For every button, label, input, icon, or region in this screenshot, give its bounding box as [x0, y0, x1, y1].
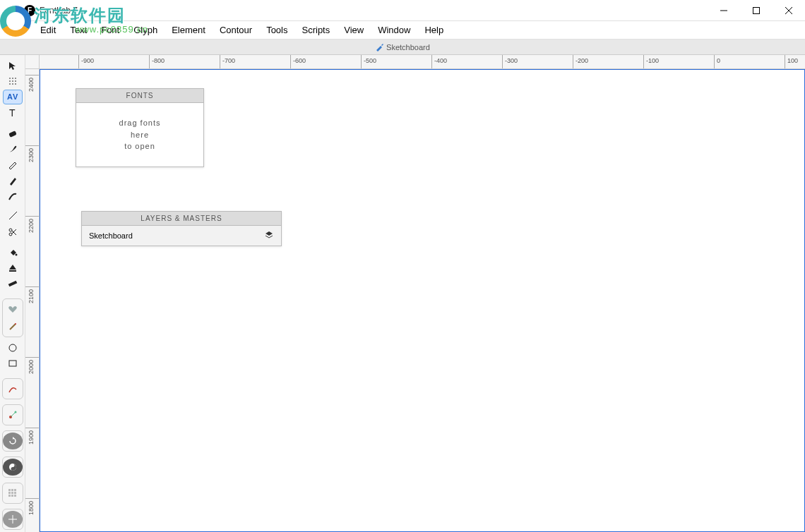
curve-tool[interactable] — [3, 380, 23, 397]
ruler-corner — [25, 55, 40, 69]
layers-panel-title: LAYERS & MASTERS — [82, 212, 281, 226]
toolbox: AV T — [0, 55, 25, 532]
svg-rect-1 — [753, 7, 760, 13]
rotate-tool[interactable] — [3, 433, 23, 449]
pen-tool[interactable] — [3, 173, 23, 188]
text-tool[interactable]: T — [3, 105, 23, 120]
fonts-panel-title: FONTS — [76, 89, 203, 103]
grid-tool[interactable] — [3, 485, 23, 502]
brush-tool[interactable] — [3, 141, 23, 156]
svg-text:A: A — [7, 92, 13, 101]
menu-glyph[interactable]: Glyph — [126, 22, 165, 38]
layers-stack-icon — [264, 230, 274, 241]
pencil-tool[interactable] — [3, 157, 23, 172]
svg-rect-10 — [8, 131, 17, 138]
menu-file[interactable]: File — [4, 22, 33, 38]
vertical-ruler: 2400230022002100200019001800 — [25, 69, 40, 532]
heart-tool[interactable] — [3, 301, 23, 318]
svg-point-15 — [15, 254, 17, 256]
scissors-tool[interactable] — [3, 224, 23, 239]
sketchboard-canvas[interactable]: FONTS drag fonts here to open LAYERS & M… — [40, 69, 805, 532]
pointer-tool[interactable] — [3, 58, 23, 73]
knife-tool[interactable] — [3, 209, 23, 224]
rectangle-tool[interactable] — [3, 356, 23, 370]
svg-line-18 — [10, 324, 16, 330]
svg-point-24 — [14, 411, 16, 413]
layer-row[interactable]: Sketchboard — [82, 226, 281, 246]
menu-contour[interactable]: Contour — [213, 22, 259, 38]
gradient-tool[interactable] — [3, 260, 23, 275]
svg-rect-28 — [14, 489, 16, 491]
svg-rect-16 — [9, 270, 16, 272]
svg-point-19 — [15, 323, 16, 325]
guides-tool[interactable] — [3, 73, 23, 88]
menu-element[interactable]: Element — [165, 22, 213, 38]
layers-panel[interactable]: LAYERS & MASTERS Sketchboard — [81, 211, 282, 246]
svg-rect-17 — [8, 281, 17, 287]
fonts-panel[interactable]: FONTS drag fonts here to open — [76, 88, 204, 167]
menu-edit[interactable]: Edit — [33, 22, 63, 38]
calligraphy-tool[interactable] — [3, 188, 23, 203]
svg-rect-31 — [14, 492, 16, 494]
close-button[interactable] — [773, 0, 805, 21]
svg-point-20 — [9, 344, 16, 351]
svg-rect-33 — [11, 495, 13, 497]
app-icon: F — [24, 5, 35, 16]
svg-text:T: T — [9, 108, 16, 118]
ellipse-tool[interactable] — [3, 340, 23, 355]
svg-text:V: V — [13, 92, 18, 101]
svg-rect-32 — [8, 495, 11, 497]
layer-name: Sketchboard — [89, 231, 264, 240]
title-bar: ✕ F FontLab 7 — [0, 0, 805, 21]
svg-rect-29 — [8, 492, 11, 494]
svg-rect-34 — [14, 495, 16, 497]
document-tab[interactable]: Sketchboard — [0, 40, 805, 55]
transform-tool[interactable] — [3, 511, 23, 528]
menu-view[interactable]: View — [337, 22, 371, 38]
svg-rect-30 — [11, 492, 13, 494]
menu-bar: FileEditTextFontGlyphElementContourTools… — [0, 21, 805, 40]
horizontal-ruler: -900-800-700-600-500-400-300-200-1000100 — [40, 55, 805, 69]
panel-close-icon[interactable]: ✕ — [3, 4, 17, 18]
svg-point-11 — [9, 233, 12, 236]
menu-font[interactable]: Font — [94, 22, 126, 38]
ruler-tool[interactable] — [3, 276, 23, 291]
yin-yang-tool[interactable] — [3, 459, 23, 476]
fonts-panel-dropzone[interactable]: drag fonts here to open — [76, 103, 203, 167]
menu-scripts[interactable]: Scripts — [295, 22, 338, 38]
svg-rect-26 — [8, 489, 11, 491]
tab-label: Sketchboard — [386, 43, 430, 52]
svg-point-12 — [9, 229, 12, 231]
menu-help[interactable]: Help — [417, 22, 451, 38]
magic-wand-tool[interactable] — [3, 318, 23, 335]
maximize-button[interactable] — [740, 0, 773, 21]
fill-tool[interactable] — [3, 245, 23, 260]
minimize-button[interactable] — [708, 0, 740, 21]
menu-window[interactable]: Window — [371, 22, 417, 38]
eraser-tool[interactable] — [3, 126, 23, 140]
metrics-tool[interactable]: AV — [3, 90, 23, 105]
window-title: FontLab 7 — [40, 6, 708, 16]
anchor-tool[interactable] — [3, 406, 23, 423]
svg-rect-21 — [9, 361, 16, 366]
menu-text[interactable]: Text — [63, 22, 94, 38]
menu-tools[interactable]: Tools — [259, 22, 294, 38]
svg-rect-27 — [11, 489, 13, 491]
brush-icon — [375, 43, 383, 52]
